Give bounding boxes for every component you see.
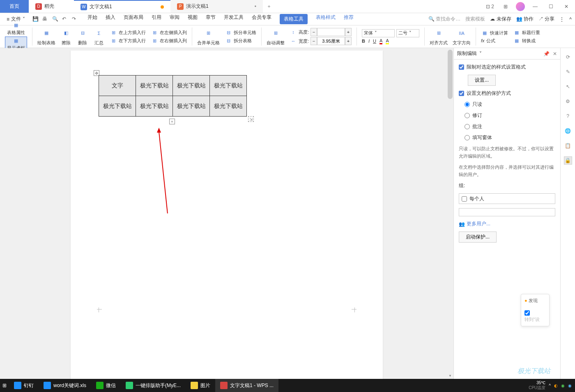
text-direction-button[interactable]: IIA文字方向 — [451, 28, 472, 46]
preview-icon[interactable]: 🔍 — [52, 16, 59, 23]
minimize-button[interactable]: — — [530, 1, 540, 12]
apps-grid-icon[interactable]: ⊞ — [500, 1, 511, 12]
layout-switch-icon[interactable]: ⊡ 2 — [485, 1, 495, 12]
system-tray[interactable]: 35℃ CPU温度 ^ ◐ ◉ ◉ — [529, 381, 575, 391]
add-row-handle[interactable]: + — [169, 119, 175, 124]
translate-icon[interactable]: 🌐 — [564, 127, 572, 135]
tracked-changes-radio[interactable]: 修订 — [465, 112, 555, 119]
insert-col-right[interactable]: ⊞在右侧插入列 — [151, 37, 187, 44]
protect-doc-checkbox[interactable]: 设置文档的保护方式 — [459, 90, 555, 97]
table-properties-button[interactable]: ▦表格属性 — [5, 21, 27, 36]
readonly-radio[interactable]: 只读 — [465, 101, 555, 108]
width-input[interactable] — [317, 37, 345, 45]
help-icon[interactable]: ? — [564, 112, 572, 120]
table-cell[interactable]: 极光下载站 — [136, 76, 173, 96]
document-table[interactable]: 文字 极光下载站 极光下载站 极光下载站 极光下载站 极光下载站 极光下载站 极… — [99, 75, 247, 117]
users-list-box[interactable] — [459, 208, 555, 216]
template-search[interactable]: 搜索模板 — [465, 16, 485, 23]
checkbox-input[interactable] — [459, 64, 464, 70]
doke-tab[interactable]: D 稻壳 — [29, 0, 74, 13]
share-button[interactable]: ↗ 分享 — [538, 16, 554, 23]
table-cell[interactable]: 极光下载站 — [210, 96, 247, 117]
redo-icon[interactable]: ↷ — [72, 16, 78, 23]
clipboard-icon[interactable]: 📋 — [564, 142, 572, 150]
taskbar-start[interactable]: ⊞ — [0, 379, 9, 392]
tray-icon[interactable]: ◉ — [561, 383, 565, 388]
taskbar-item-active[interactable]: 文字文稿1 - WPS ... — [215, 379, 278, 392]
tray-icon[interactable]: ^ — [549, 383, 551, 388]
tray-icon[interactable]: ◉ — [568, 383, 572, 388]
chevron-down-icon[interactable]: ˅ — [479, 51, 482, 57]
summary-button[interactable]: Σ汇总 — [92, 28, 106, 46]
select-icon[interactable]: ↖ — [564, 83, 572, 91]
user-avatar[interactable] — [516, 2, 525, 11]
underline-button[interactable]: U — [373, 39, 376, 44]
tip-checkbox[interactable] — [524, 310, 530, 316]
taskbar-item[interactable]: 微信 — [91, 379, 121, 392]
table-cell[interactable]: 极光下载站 — [173, 76, 210, 96]
maximize-button[interactable]: ☐ — [545, 1, 556, 12]
pin-icon[interactable]: 📌 — [543, 51, 550, 57]
print-icon[interactable]: 🖶 — [42, 16, 49, 23]
limit-style-checkbox[interactable]: 限制对选定的样式设置格式 — [459, 64, 555, 71]
height-input[interactable] — [317, 28, 345, 36]
unsaved-button[interactable]: ☁ 未保存 — [490, 16, 511, 23]
tab-table-style[interactable]: 表格样式 — [316, 14, 336, 24]
table-cell[interactable]: 文字 — [99, 76, 136, 96]
tab-review[interactable]: 审阅 — [170, 14, 179, 24]
document-canvas[interactable]: ✥ 文字 极光下载站 极光下载站 极光下载站 极光下载站 极光下载站 极光下载站… — [0, 48, 453, 379]
font-size-combo[interactable]: 二号˅ — [396, 29, 419, 37]
align-button[interactable]: ⊞对齐方式 — [428, 28, 449, 46]
header-row-button[interactable]: ▦标题行重 — [513, 29, 540, 36]
table-cell[interactable]: 极光下载站 — [173, 96, 210, 117]
convert-button[interactable]: ▦转换成 — [513, 37, 540, 44]
tab-close-icon[interactable]: • — [255, 4, 256, 9]
everyone-checkbox-row[interactable]: 每个人 — [459, 193, 555, 204]
scroll-thumb[interactable] — [448, 50, 453, 99]
delete-button[interactable]: ⊟删除 — [75, 28, 90, 46]
taskbar-item[interactable]: word关键词.xls — [39, 379, 91, 392]
split-table-button[interactable]: ⊟拆分表格 — [225, 37, 256, 44]
taskbar-item[interactable]: 钉钉 — [9, 379, 39, 392]
close-button[interactable]: ✕ — [561, 1, 572, 12]
tab-table-tools[interactable]: 表格工具 — [280, 14, 308, 24]
floating-tip[interactable]: ● 发现 转到"设 — [521, 294, 550, 326]
italic-button[interactable]: I — [368, 39, 370, 44]
vertical-scrollbar[interactable]: ▲ ▼ — [447, 48, 453, 379]
table-cell[interactable]: 极光下载站 — [210, 76, 247, 96]
tab-member[interactable]: 会员专享 — [252, 14, 271, 24]
scroll-down-icon[interactable]: ▼ — [447, 372, 453, 379]
tab-chapter[interactable]: 章节 — [206, 14, 216, 24]
command-search[interactable]: 🔍 查找命令… — [428, 16, 460, 23]
tab-view[interactable]: 视图 — [188, 14, 198, 24]
height-minus[interactable]: − — [310, 28, 317, 36]
ppt-tab[interactable]: P 演示文稿1 • — [170, 0, 263, 13]
tab-start[interactable]: 开始 — [87, 14, 97, 24]
settings-slider-icon[interactable]: ⚙ — [564, 97, 572, 105]
merge-cells-button[interactable]: ⊞合并单元格 — [196, 28, 221, 46]
width-minus[interactable]: − — [310, 37, 317, 45]
highlight-button[interactable]: A — [386, 38, 389, 44]
lock-icon[interactable]: 🔒 — [564, 156, 572, 165]
document-tab-active[interactable]: W 文字文稿1 — [74, 0, 170, 13]
undo-icon[interactable]: ↶ — [62, 16, 69, 23]
panel-close-icon[interactable]: ✕ — [553, 51, 557, 57]
home-tab[interactable]: 首页 — [0, 0, 29, 13]
assistant-icon[interactable]: ⟳ — [564, 53, 572, 61]
table-cell[interactable]: 极光下载站 — [99, 96, 136, 117]
checkbox-input[interactable] — [459, 91, 464, 96]
draw-table-button[interactable]: ▦绘制表格 — [36, 28, 57, 46]
everyone-checkbox[interactable] — [462, 196, 467, 202]
tab-references[interactable]: 引用 — [152, 14, 161, 24]
insert-row-below[interactable]: ⊞在下方插入行 — [110, 37, 146, 44]
bold-button[interactable]: B — [362, 39, 365, 44]
tab-recommend[interactable]: 推荐 — [344, 14, 354, 24]
table-resize-handle[interactable]: ⇲ — [248, 116, 254, 122]
split-cells-button[interactable]: ⊟拆分单元格 — [225, 29, 256, 36]
tab-insert[interactable]: 插入 — [106, 14, 115, 24]
tab-dev-tools[interactable]: 开发工具 — [224, 14, 244, 24]
add-tab-button[interactable]: + — [263, 0, 275, 13]
erase-button[interactable]: ◧擦除 — [59, 28, 74, 46]
more-users-link[interactable]: 👥 更多用户... — [459, 220, 555, 227]
collapse-ribbon-icon[interactable]: ^ — [569, 16, 572, 22]
